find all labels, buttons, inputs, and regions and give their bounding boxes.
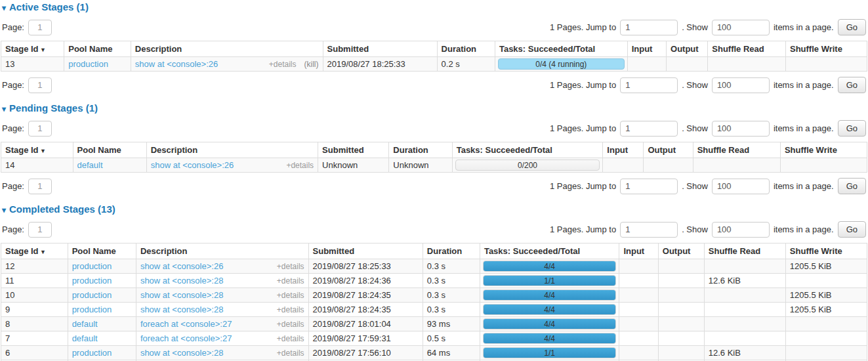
description-link[interactable]: show at <console>:28 [140, 276, 272, 286]
column-header-tasks-succeeded-total[interactable]: Tasks: Succeeded/Total [480, 244, 619, 259]
page-input[interactable] [28, 222, 52, 238]
details-toggle[interactable]: +details [277, 276, 304, 286]
details-toggle[interactable]: +details [277, 305, 304, 314]
details-toggle[interactable]: +details [277, 291, 304, 300]
pool-name-link[interactable]: production [72, 290, 112, 300]
jump-to-input[interactable] [620, 121, 678, 137]
pool-name-link[interactable]: default [77, 160, 103, 170]
column-header-label: Pool Name [68, 44, 112, 54]
active-stages-header[interactable]: ▾Active Stages (1) [2, 1, 866, 14]
output-cell [658, 288, 704, 303]
pool-name-link[interactable]: production [72, 276, 112, 286]
jump-to-input[interactable] [620, 222, 678, 238]
column-header-shuffle-write[interactable]: Shuffle Write [785, 244, 867, 259]
description-link[interactable]: show at <console>:26 [151, 160, 281, 170]
description-link[interactable]: foreach at <console>:27 [140, 319, 272, 329]
column-header-shuffle-read[interactable]: Shuffle Read [693, 142, 780, 158]
pool-name-link[interactable]: production [68, 59, 108, 69]
jump-to-input[interactable] [620, 20, 678, 35]
show-label: . Show [682, 22, 708, 32]
pool-name-link[interactable]: production [72, 261, 112, 271]
pool-name-link[interactable]: production [72, 348, 112, 358]
column-header-output[interactable]: Output [644, 142, 693, 158]
kill-link[interactable]: (kill) [304, 60, 319, 69]
page-input[interactable] [28, 179, 52, 194]
column-header-stage-id[interactable]: Stage Id ▼ [1, 142, 73, 158]
go-button[interactable]: Go [838, 77, 866, 93]
description-link[interactable]: show at <console>:28 [140, 305, 272, 314]
go-button[interactable]: Go [838, 19, 866, 35]
tasks-cell: 4/4 [480, 317, 619, 331]
description-wrap: foreach at <console>:27+details [140, 333, 304, 343]
column-header-duration[interactable]: Duration [423, 244, 480, 259]
column-header-pool-name[interactable]: Pool Name [68, 244, 136, 259]
show-items-input[interactable] [712, 20, 770, 35]
go-button[interactable]: Go [838, 178, 866, 194]
column-header-submitted[interactable]: Submitted [318, 142, 389, 158]
column-header-duration[interactable]: Duration [389, 142, 452, 158]
column-header-submitted[interactable]: Submitted [308, 244, 423, 259]
pool-name-link[interactable]: production [72, 305, 112, 314]
column-header-duration[interactable]: Duration [437, 41, 495, 57]
pool-name-link[interactable]: default [72, 319, 98, 329]
go-button[interactable]: Go [838, 120, 866, 137]
description-link[interactable]: show at <console>:26 [140, 261, 272, 271]
show-items-input[interactable] [712, 121, 770, 137]
column-header-output[interactable]: Output [667, 41, 708, 57]
column-header-pool-name[interactable]: Pool Name [64, 41, 131, 57]
column-header-tasks-succeeded-total[interactable]: Tasks: Succeeded/Total [452, 142, 603, 158]
column-header-description[interactable]: Description [136, 244, 308, 259]
column-header-input[interactable]: Input [603, 142, 644, 158]
column-header-label: Duration [393, 145, 428, 155]
details-toggle[interactable]: +details [269, 60, 297, 69]
submitted-cell: 2019/08/27 17:59:31 [308, 331, 423, 346]
shuffle-write-cell [785, 331, 867, 346]
details-toggle[interactable]: +details [277, 320, 304, 329]
description-link[interactable]: show at <console>:28 [140, 290, 272, 300]
show-items-input[interactable] [712, 179, 770, 194]
progress-label: 4/4 [544, 320, 555, 329]
page-input[interactable] [28, 20, 52, 35]
details-toggle[interactable]: +details [286, 161, 314, 170]
column-header-input[interactable]: Input [619, 244, 658, 259]
description-link[interactable]: foreach at <console>:27 [140, 333, 272, 343]
column-header-tasks-succeeded-total[interactable]: Tasks: Succeeded/Total [495, 41, 627, 57]
page-input[interactable] [28, 121, 52, 137]
column-header-stage-id[interactable]: Stage Id ▼ [1, 41, 64, 57]
column-header-stage-id[interactable]: Stage Id ▼ [1, 244, 68, 259]
column-header-description[interactable]: Description [131, 41, 323, 57]
show-items-input[interactable] [712, 222, 770, 238]
jump-controls: 1 Pages. Jump to . Show items in a page.… [550, 77, 866, 93]
pending-stages-header[interactable]: ▾Pending Stages (1) [2, 102, 866, 115]
show-items-input[interactable] [712, 77, 770, 93]
progress-label: 0/200 [518, 161, 537, 170]
details-toggle[interactable]: +details [277, 262, 304, 271]
page-input[interactable] [28, 77, 52, 93]
progress-label: 1/1 [544, 276, 555, 286]
column-header-submitted[interactable]: Submitted [323, 41, 437, 57]
column-header-shuffle-read[interactable]: Shuffle Read [708, 41, 786, 57]
details-toggle[interactable]: +details [277, 334, 304, 343]
jump-to-input[interactable] [620, 179, 678, 194]
column-header-shuffle-write[interactable]: Shuffle Write [780, 142, 867, 158]
pool-name-cell: production [68, 259, 136, 274]
column-header-shuffle-write[interactable]: Shuffle Write [785, 41, 867, 57]
go-button[interactable]: Go [838, 221, 866, 238]
details-toggle[interactable]: +details [277, 349, 304, 358]
output-cell [658, 317, 704, 331]
description-link[interactable]: show at <console>:28 [140, 348, 272, 358]
pool-name-link[interactable]: default [72, 333, 98, 343]
column-header-input[interactable]: Input [627, 41, 666, 57]
page-number-control: Page: [2, 20, 52, 35]
description-link[interactable]: show at <console>:26 [135, 59, 264, 69]
show-label: . Show [682, 181, 708, 191]
duration-cell: 0.3 s [423, 288, 480, 303]
jump-to-input[interactable] [620, 77, 678, 93]
completed-stages-header[interactable]: ▾Completed Stages (13) [2, 203, 866, 216]
pages-count-text: 1 Pages. Jump to [550, 224, 616, 234]
column-header-description[interactable]: Description [146, 142, 318, 158]
column-header-pool-name[interactable]: Pool Name [73, 142, 146, 158]
shuffle-read-cell [708, 57, 786, 72]
column-header-output[interactable]: Output [658, 244, 704, 259]
column-header-shuffle-read[interactable]: Shuffle Read [704, 244, 785, 259]
